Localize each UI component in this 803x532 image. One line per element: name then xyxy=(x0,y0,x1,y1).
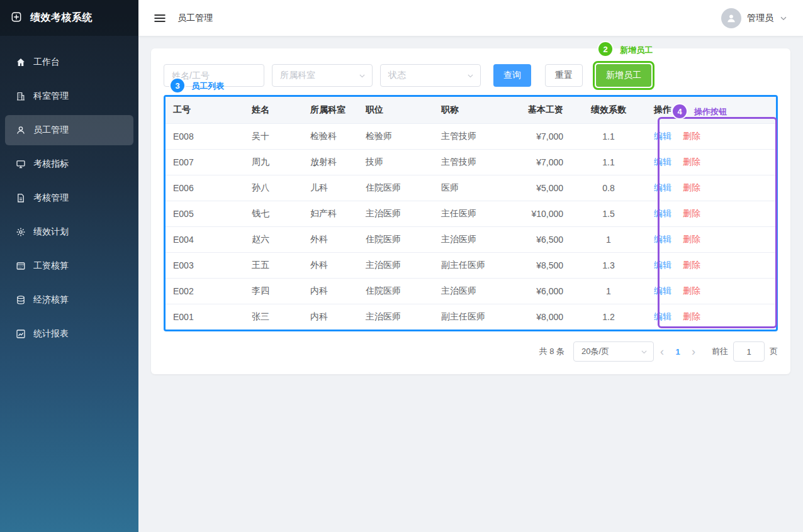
cell-actions: 编辑删除 xyxy=(646,226,776,252)
user-menu[interactable]: 管理员 xyxy=(721,8,788,28)
cell-id: E003 xyxy=(166,252,244,278)
cell-position: 住院医师 xyxy=(358,226,434,252)
department-select[interactable]: 所属科室 xyxy=(272,64,373,87)
sidebar-item-label: 绩效计划 xyxy=(33,226,69,238)
table-row: E006孙八儿科住院医师医师¥5,0000.8编辑删除 xyxy=(166,175,776,201)
reset-button[interactable]: 重置 xyxy=(545,64,583,87)
cell-coef: 1.1 xyxy=(571,149,646,175)
annotation-box-employee-table: 工号姓名所属科室职位职称基本工资绩效系数操作 E008吴十检验科检验师主管技师¥… xyxy=(164,95,778,331)
column-header: 基本工资 xyxy=(511,97,571,123)
sidebar-item-label: 工资核算 xyxy=(33,260,69,272)
chevron-down-icon xyxy=(358,72,366,80)
document-icon xyxy=(16,193,26,203)
app-title: 绩效考核系统 xyxy=(30,11,93,25)
column-header: 工号 xyxy=(166,97,244,123)
sidebar-item-departments[interactable]: 科室管理 xyxy=(5,81,133,111)
cell-title: 副主任医师 xyxy=(434,304,511,330)
sidebar-item-employees[interactable]: 员工管理 xyxy=(5,115,133,145)
edit-link[interactable]: 编辑 xyxy=(654,285,671,296)
sidebar-item-plan[interactable]: 绩效计划 xyxy=(5,217,133,247)
search-button[interactable]: 查询 xyxy=(493,64,531,87)
cell-dept: 检验科 xyxy=(303,123,358,149)
chevron-down-icon xyxy=(466,72,474,80)
cell-id: E008 xyxy=(166,123,244,149)
cell-id: E004 xyxy=(166,226,244,252)
delete-link[interactable]: 删除 xyxy=(683,131,700,141)
status-select[interactable]: 状态 xyxy=(380,64,481,87)
cell-salary: ¥8,000 xyxy=(511,304,571,330)
cell-position: 主治医师 xyxy=(358,252,434,278)
logo-icon xyxy=(11,12,24,25)
employee-table-body: E008吴十检验科检验师主管技师¥7,0001.1编辑删除E007周九放射科技师… xyxy=(166,123,776,330)
hamburger-menu-icon[interactable] xyxy=(154,12,166,25)
employee-table: 工号姓名所属科室职位职称基本工资绩效系数操作 E008吴十检验科检验师主管技师¥… xyxy=(166,97,776,330)
delete-link[interactable]: 删除 xyxy=(683,208,700,218)
delete-link[interactable]: 删除 xyxy=(683,285,700,296)
sidebar-item-label: 经济核算 xyxy=(33,294,69,306)
cell-actions: 编辑删除 xyxy=(646,304,776,330)
edit-link[interactable]: 编辑 xyxy=(654,260,671,270)
cell-name: 张三 xyxy=(244,304,303,330)
cell-coef: 1 xyxy=(571,278,646,304)
sidebar-item-workbench[interactable]: 工作台 xyxy=(5,47,133,77)
sidebar-item-reports[interactable]: 统计报表 xyxy=(5,319,133,349)
cell-title: 副主任医师 xyxy=(434,252,511,278)
page-1-button[interactable]: 1 xyxy=(670,347,685,357)
sidebar-item-label: 科室管理 xyxy=(33,91,69,102)
cell-position: 主治医师 xyxy=(358,304,434,330)
edit-link[interactable]: 编辑 xyxy=(654,234,671,244)
cell-coef: 1.2 xyxy=(571,304,646,330)
cell-actions: 编辑删除 xyxy=(646,123,776,149)
column-header: 所属科室 xyxy=(303,97,358,123)
sidebar-menu: 工作台科室管理员工管理考核指标考核管理绩效计划工资核算经济核算统计报表 xyxy=(0,36,138,349)
sidebar-item-economic[interactable]: 经济核算 xyxy=(5,285,133,315)
edit-link[interactable]: 编辑 xyxy=(654,208,671,218)
delete-link[interactable]: 删除 xyxy=(683,157,700,167)
sidebar-item-assessment[interactable]: 考核管理 xyxy=(5,183,133,213)
table-row: E002李四内科住院医师主治医师¥6,0001编辑删除 xyxy=(166,278,776,304)
sidebar-item-indicators[interactable]: 考核指标 xyxy=(5,149,133,179)
cell-title: 主管技师 xyxy=(434,149,511,175)
goto-page-input[interactable] xyxy=(733,341,765,362)
sidebar: 绩效考核系统 工作台科室管理员工管理考核指标考核管理绩效计划工资核算经济核算统计… xyxy=(0,0,138,532)
column-header: 职位 xyxy=(358,97,434,123)
edit-link[interactable]: 编辑 xyxy=(654,157,671,167)
edit-link[interactable]: 编辑 xyxy=(654,131,671,141)
chevron-down-icon xyxy=(779,14,788,23)
cell-title: 主治医师 xyxy=(434,226,511,252)
keyword-input[interactable] xyxy=(164,64,264,87)
breadcrumb: 员工管理 xyxy=(177,13,213,24)
cell-title: 医师 xyxy=(434,175,511,201)
delete-link[interactable]: 删除 xyxy=(683,260,700,270)
prev-page-button[interactable]: ‹ xyxy=(654,345,670,358)
cell-position: 检验师 xyxy=(358,123,434,149)
cell-dept: 内科 xyxy=(303,304,358,330)
goto-label: 前往 xyxy=(712,346,728,357)
edit-link[interactable]: 编辑 xyxy=(654,182,671,192)
cell-salary: ¥6,500 xyxy=(511,226,571,252)
table-row: E001张三内科主治医师副主任医师¥8,0001.2编辑删除 xyxy=(166,304,776,330)
cell-actions: 编辑删除 xyxy=(646,201,776,226)
delete-link[interactable]: 删除 xyxy=(683,182,700,192)
sidebar-item-label: 统计报表 xyxy=(33,328,69,340)
column-header: 姓名 xyxy=(244,97,303,123)
sidebar-item-salary[interactable]: 工资核算 xyxy=(5,251,133,281)
delete-link[interactable]: 删除 xyxy=(683,234,700,244)
cell-dept: 儿科 xyxy=(303,175,358,201)
goto-page: 前往 页 xyxy=(712,341,778,362)
avatar xyxy=(721,8,741,28)
next-page-button[interactable]: › xyxy=(685,345,702,358)
cell-name: 吴十 xyxy=(244,123,303,149)
cell-salary: ¥10,000 xyxy=(511,201,571,226)
cell-name: 周九 xyxy=(244,149,303,175)
sidebar-item-label: 工作台 xyxy=(33,57,60,68)
table-row: E003王五外科主治医师副主任医师¥8,5001.3编辑删除 xyxy=(166,252,776,278)
cell-coef: 1.5 xyxy=(571,201,646,226)
edit-link[interactable]: 编辑 xyxy=(654,311,671,321)
delete-link[interactable]: 删除 xyxy=(683,311,700,321)
cell-dept: 妇产科 xyxy=(303,201,358,226)
cell-actions: 编辑删除 xyxy=(646,149,776,175)
cell-salary: ¥7,000 xyxy=(511,123,571,149)
add-employee-button[interactable]: 新增员工 xyxy=(596,64,651,87)
page-size-select[interactable]: 20条/页 xyxy=(573,341,654,362)
